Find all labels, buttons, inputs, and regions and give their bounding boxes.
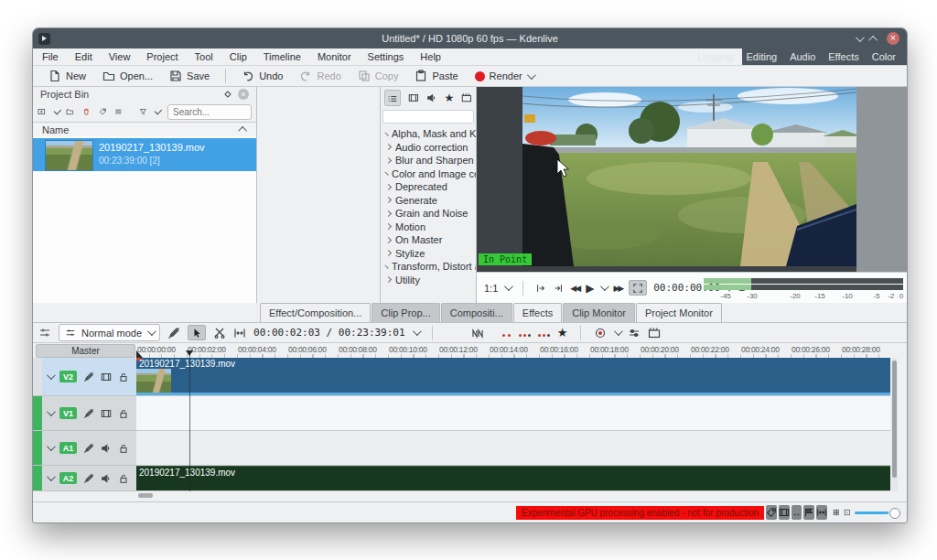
- lock-track-icon[interactable]: [118, 473, 129, 484]
- track-header-a2[interactable]: A2: [33, 466, 136, 491]
- audio-track-icon[interactable]: [101, 473, 112, 484]
- zone-marker[interactable]: [136, 350, 143, 358]
- audio-track-icon[interactable]: [101, 443, 112, 454]
- adjust-sliders-icon[interactable]: [628, 327, 641, 339]
- favorite-effects-button[interactable]: ★: [557, 326, 568, 339]
- vertical-scrollbar[interactable]: [891, 358, 898, 491]
- effect-category[interactable]: Color and Image correction: [381, 167, 476, 181]
- track-badge[interactable]: A1: [59, 442, 77, 454]
- play-chevron-icon[interactable]: [600, 282, 609, 291]
- video-track-icon[interactable]: [101, 408, 112, 419]
- bin-clip-item[interactable]: 20190217_130139.mov 00:23:39:00 [2]: [33, 138, 256, 171]
- menu-help[interactable]: Help: [420, 51, 441, 62]
- audio-effects-icon[interactable]: [426, 92, 437, 103]
- menu-file[interactable]: File: [42, 51, 59, 62]
- track-effects-icon[interactable]: [83, 473, 94, 484]
- track-effects-icon[interactable]: [83, 372, 94, 382]
- tab-project-monitor[interactable]: Project Monitor: [636, 303, 722, 322]
- open-button[interactable]: Open...: [96, 68, 159, 84]
- effect-category[interactable]: Alpha, Mask and Keying: [381, 127, 476, 141]
- minimize-icon[interactable]: [856, 33, 865, 42]
- menu-project[interactable]: Project: [146, 51, 178, 62]
- tab-effect-composition[interactable]: Effect/Composition...: [260, 303, 371, 322]
- menu-timeline[interactable]: Timeline: [264, 51, 301, 62]
- track-lane-v1[interactable]: [136, 396, 890, 431]
- menu-clip[interactable]: Clip: [230, 51, 247, 62]
- add-clip-chevron-icon[interactable]: [53, 106, 60, 113]
- preview-render-icon[interactable]: [648, 327, 661, 339]
- timeline-clip-audio[interactable]: 20190217_130139.mov: [136, 466, 890, 490]
- playhead[interactable]: [189, 350, 190, 491]
- workspace-audio[interactable]: Audio: [790, 51, 815, 62]
- paste-button[interactable]: Paste: [408, 68, 464, 84]
- workspace-color[interactable]: Color: [872, 51, 896, 62]
- show-markers-comments-toggle[interactable]: [766, 505, 777, 520]
- filter-icon[interactable]: [139, 105, 147, 118]
- lock-track-icon[interactable]: [118, 443, 129, 454]
- master-track-button[interactable]: Master: [36, 344, 135, 358]
- workspace-logging[interactable]: Logging: [697, 51, 733, 62]
- collapse-track-icon[interactable]: [47, 472, 56, 481]
- tab-effects[interactable]: Effects: [513, 303, 562, 322]
- new-button[interactable]: New: [42, 68, 92, 84]
- zoom-out-icon[interactable]: [844, 507, 851, 518]
- show-audio-thumbnails-toggle[interactable]: ↔: [792, 505, 802, 520]
- timeline-position[interactable]: 00:00:02:03: [253, 327, 320, 339]
- track-header-v1[interactable]: V1: [33, 396, 136, 431]
- close-panel-icon[interactable]: ×: [238, 89, 249, 100]
- effect-category[interactable]: Deprecated: [381, 180, 476, 194]
- insert-zone-icon[interactable]: [502, 328, 512, 339]
- fit-zoom-icon[interactable]: [833, 507, 840, 518]
- render-chevron-icon[interactable]: [527, 70, 536, 80]
- float-panel-icon[interactable]: [222, 89, 233, 100]
- razor-tool-icon[interactable]: [213, 327, 226, 339]
- tab-compositions[interactable]: Compositi...: [441, 303, 512, 322]
- effect-category[interactable]: Transform, Distort and Perspective: [381, 260, 476, 274]
- name-column-header[interactable]: Name: [42, 124, 69, 135]
- bin-menu-icon[interactable]: [114, 105, 123, 118]
- workspace-effects[interactable]: Effects: [828, 51, 858, 62]
- workspace-editing[interactable]: Editing: [746, 51, 777, 62]
- menu-tool[interactable]: Tool: [195, 51, 213, 62]
- track-effects-icon[interactable]: [83, 443, 94, 454]
- menu-settings[interactable]: Settings: [368, 51, 404, 62]
- sort-chevron-icon[interactable]: [238, 126, 247, 135]
- track-lane-v2[interactable]: 20190217_130139.mov: [136, 358, 890, 396]
- play-icon[interactable]: ▶: [586, 282, 594, 295]
- lock-track-icon[interactable]: [118, 372, 129, 382]
- snap-toggle[interactable]: [816, 505, 827, 520]
- search-input[interactable]: [167, 104, 252, 120]
- tags-icon[interactable]: [99, 105, 107, 118]
- menu-view[interactable]: View: [109, 51, 131, 62]
- undo-button[interactable]: Undo: [235, 68, 289, 84]
- timeline-clip-video[interactable]: 20190217_130139.mov: [136, 358, 890, 395]
- effect-category[interactable]: Generate: [381, 194, 476, 208]
- forward-icon[interactable]: ▶▶: [613, 284, 622, 293]
- effect-category[interactable]: Motion: [381, 221, 476, 234]
- effects-search-input[interactable]: [382, 110, 474, 124]
- create-folder-icon[interactable]: [66, 105, 74, 118]
- track-lane-a1[interactable]: [136, 431, 890, 466]
- close-icon[interactable]: ×: [887, 32, 899, 45]
- track-options-icon[interactable]: [38, 327, 51, 339]
- add-clip-icon[interactable]: [38, 105, 46, 118]
- overwrite-zone-icon[interactable]: [519, 328, 531, 339]
- menu-monitor[interactable]: Monitor: [318, 51, 351, 62]
- horizontal-scrollbar[interactable]: [138, 493, 153, 498]
- favorite-effects-icon[interactable]: ★: [445, 92, 455, 104]
- monitor-zoom-chevron-icon[interactable]: [504, 282, 513, 291]
- show-markers-toggle[interactable]: [803, 505, 814, 520]
- effect-category[interactable]: Blur and Sharpen: [381, 154, 476, 167]
- track-badge[interactable]: V2: [59, 371, 77, 382]
- custom-effects-icon[interactable]: [461, 92, 472, 103]
- collapse-track-icon[interactable]: [47, 371, 56, 380]
- show-all-effects-button[interactable]: [384, 90, 401, 105]
- timeline-ruler[interactable]: 00:00:00:00 00:00:02:00 00:00:04:00 00:0…: [136, 343, 890, 359]
- monitor-video-frame[interactable]: [522, 87, 856, 266]
- zone-mode-icon[interactable]: [629, 280, 647, 296]
- selection-tool-icon[interactable]: [188, 325, 206, 340]
- effect-category[interactable]: Audio correction: [381, 141, 476, 155]
- tab-clip-properties[interactable]: Clip Prop...: [372, 303, 439, 322]
- set-in-point-icon[interactable]: [535, 283, 546, 294]
- timecode-chevron-icon[interactable]: [413, 327, 422, 336]
